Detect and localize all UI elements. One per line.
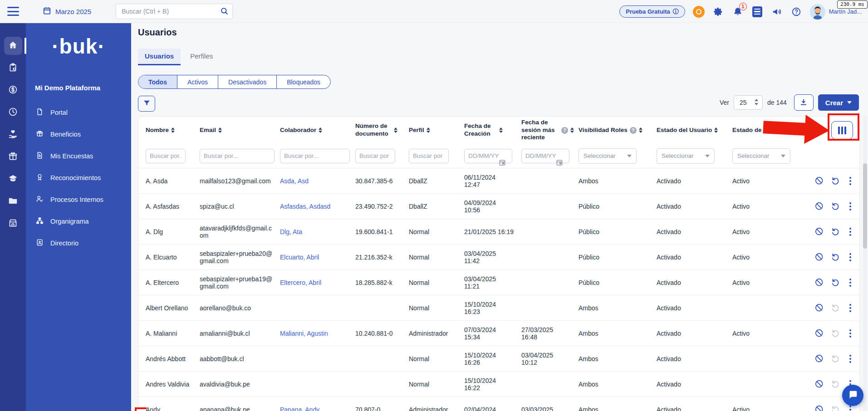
rail-item-talento-hand-heart[interactable] [4,126,22,144]
filter-input-perfil[interactable] [409,149,449,163]
hamburger-menu-icon[interactable] [7,7,19,16]
colaborador-link[interactable]: Elcuarto, Abril [280,254,319,261]
status-pill-todos[interactable]: Todos [138,75,177,88]
reset-password-icon[interactable] [831,252,840,262]
colaborador-link[interactable]: Papana, Andy [280,406,319,411]
sort-icon[interactable] [218,127,222,133]
sort-icon[interactable] [639,127,642,133]
sidebar-item-reconocimientos[interactable]: Reconocimientos [26,167,131,189]
row-menu-kebab-icon[interactable] [847,328,854,338]
rewards-icon[interactable] [693,6,705,18]
search-icon[interactable] [220,7,229,17]
buk-logo: ·buk· [26,34,131,59]
row-menu-kebab-icon[interactable] [847,354,854,364]
rail-item-home[interactable] [4,37,22,55]
help-icon[interactable] [790,6,802,18]
column-settings-button[interactable] [831,121,853,139]
announcements-megaphone-icon[interactable] [771,6,783,18]
filter-input-nombre[interactable] [146,149,186,163]
colaborador-link[interactable]: Dlg, Ata [280,228,302,235]
row-menu-kebab-icon[interactable] [847,176,854,186]
table-row-a-asfasdas: A. Asfasdasspiza@uc.clAsfasdas, Asdasd23… [138,194,859,219]
status-pill-desactivados[interactable]: Desactivados [218,75,277,88]
rail-item-beneficios-gift[interactable] [4,148,22,166]
row-menu-kebab-icon[interactable] [847,278,854,288]
sidebar-item-directorio[interactable]: Directorio [26,232,131,254]
row-menu-kebab-icon[interactable] [847,201,854,211]
sort-icon[interactable] [499,127,503,133]
chat-widget-button[interactable] [842,385,863,406]
trial-badge[interactable]: Prueba Gratuita ⓘ [619,5,685,18]
deactivate-ban-icon[interactable] [814,303,824,313]
notifications-bell-icon[interactable]: 1 [732,6,744,18]
filter-input-numero-de-documento[interactable] [355,149,395,163]
help-icon[interactable]: ? [561,127,568,134]
select-filter-estado-del-usuario[interactable]: Seleccionar [657,148,715,164]
rail-item-asistencia-clock[interactable] [4,103,22,122]
filter-input-colaborador[interactable] [280,149,350,163]
column-header-colaborador: Colaborador [280,127,355,134]
filters-button[interactable] [138,96,155,112]
changelog-icon[interactable] [751,6,763,18]
sidebar-item-portal[interactable]: Portal [26,102,131,123]
deactivate-ban-icon[interactable] [814,227,824,236]
deactivate-ban-icon[interactable] [814,405,824,411]
colaborador-link[interactable]: Eltercero, Abril [280,279,321,286]
sort-icon[interactable] [319,127,322,133]
deactivate-ban-icon[interactable] [814,176,824,186]
rail-item-remuneraciones-dollar[interactable] [4,81,22,99]
capacitacion-graduation-icon [8,174,18,185]
deactivate-ban-icon[interactable] [814,379,824,389]
sidebar-item-mis-encuestas[interactable]: Mis Encuestas [26,145,131,167]
help-icon[interactable]: ? [630,127,637,134]
deactivate-ban-icon[interactable] [814,278,824,287]
deactivate-ban-icon[interactable] [814,201,824,211]
page-size-select[interactable]: 25 [734,95,763,110]
reset-password-icon[interactable] [831,278,840,287]
cell-perfil: Normal [409,352,464,366]
deactivate-ban-icon[interactable] [814,354,824,363]
sort-icon[interactable] [714,127,718,133]
tab-perfiles[interactable]: Perfiles [183,49,220,65]
row-menu-kebab-icon[interactable] [847,303,854,313]
sort-icon[interactable] [394,127,397,133]
column-header-fecha-de-sesion-mas-reciente: Fecha de sesión más reciente? [521,119,579,142]
rail-item-capacitacion-graduation[interactable] [4,170,22,188]
status-pill-activos[interactable]: Activos [177,75,218,88]
period-selector[interactable]: Marzo 2025 [43,6,91,17]
deactivate-ban-icon[interactable] [814,328,824,338]
tab-usuarios[interactable]: Usuarios [138,49,181,65]
sidebar-item-organigrama[interactable]: Organigrama [26,210,131,232]
colaborador-link[interactable]: Asfasdas, Asdasd [280,203,330,210]
global-search-input[interactable] [116,4,233,19]
sort-icon[interactable] [171,127,175,133]
select-placeholder: Seleccionar [584,152,616,159]
filter-input-email[interactable] [200,149,275,163]
deactivate-ban-icon[interactable] [814,252,824,262]
row-menu-kebab-icon[interactable] [847,227,854,237]
rail-item-tasks-clipboard[interactable] [4,59,22,77]
column-header-estado-del-usuario: Estado del Usuario [657,127,732,134]
sort-icon[interactable] [570,127,574,133]
rail-item-marketplace-store[interactable] [4,215,22,233]
sort-icon[interactable] [427,127,430,133]
scrollbar-track[interactable] [863,115,867,411]
select-filter-estado-de-la-ficha[interactable]: Seleccionar [732,148,790,164]
status-pill-bloqueados[interactable]: Bloqueados [277,75,330,88]
sidebar-item-beneficios[interactable]: Beneficios [26,123,131,145]
sidebar-item-procesos-internos[interactable]: Procesos Internos [26,189,131,210]
create-button[interactable]: Crear [818,94,859,111]
sort-icon[interactable] [789,127,792,133]
settings-gear-icon[interactable] [712,6,724,18]
reset-password-icon[interactable] [831,201,840,211]
reset-password-icon[interactable] [831,227,840,236]
row-menu-kebab-icon[interactable] [847,252,854,262]
rail-item-documentos-folder[interactable] [4,192,22,210]
scrollbar-thumb[interactable] [863,163,867,249]
colaborador-link[interactable]: Malianni, Agustin [280,330,328,337]
colaborador-link[interactable]: Asda, Asd [280,177,309,185]
reset-password-icon[interactable] [831,176,840,186]
download-button[interactable] [794,94,814,111]
reset-password-icon [831,405,840,411]
select-filter-visibilidad-roles[interactable]: Seleccionar [579,148,637,164]
